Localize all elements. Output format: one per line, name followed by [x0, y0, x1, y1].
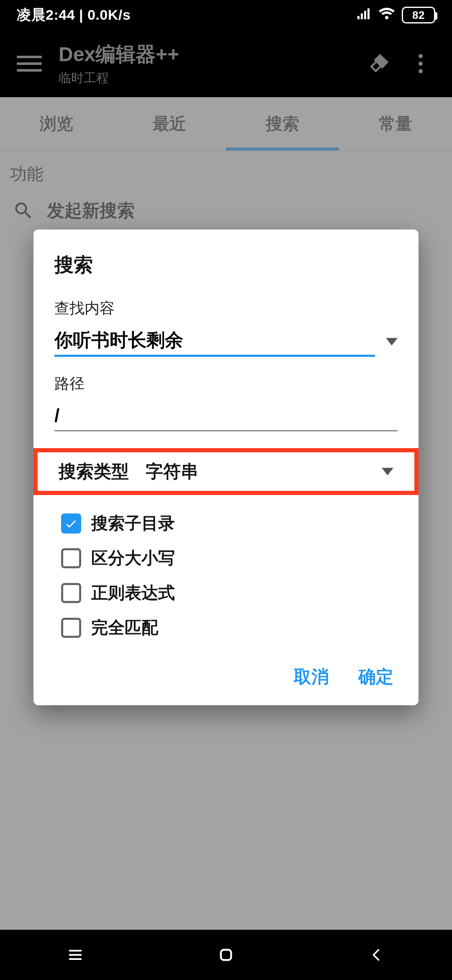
checkbox-icon	[61, 618, 81, 638]
overflow-menu-icon[interactable]	[406, 49, 435, 78]
nav-home-icon[interactable]	[201, 938, 251, 972]
app-subtitle: 临时工程	[59, 70, 352, 87]
dropdown-caret-icon	[382, 468, 393, 475]
search-type-row[interactable]: 搜索类型 字符串	[33, 448, 419, 495]
cellular-signal-icon	[357, 7, 372, 23]
toolbar-title-block: Dex编辑器++ 临时工程	[59, 41, 352, 87]
dropdown-caret-icon[interactable]	[386, 338, 398, 346]
check-label: 正则表达式	[91, 581, 175, 604]
find-input[interactable]	[54, 326, 375, 357]
check-label: 区分大小写	[91, 547, 175, 570]
app-title: Dex编辑器++	[59, 41, 352, 68]
dialog-actions: 取消 确定	[54, 665, 398, 689]
check-label: 完全匹配	[91, 616, 158, 639]
battery-level: 82	[412, 9, 425, 22]
check-regex[interactable]: 正则表达式	[54, 575, 398, 610]
path-field: 路径	[54, 374, 398, 431]
path-input[interactable]	[54, 402, 398, 431]
search-dialog: 搜索 查找内容 路径 搜索类型 字符串 搜索子目录	[33, 230, 419, 705]
checkbox-group: 搜索子目录 区分大小写 正则表达式 完全匹配	[54, 506, 398, 645]
wifi-icon	[378, 7, 395, 23]
build-icon[interactable]	[364, 49, 393, 78]
search-type-value: 字符串	[146, 462, 198, 481]
battery-icon: 82	[402, 7, 435, 23]
system-nav-bar	[0, 930, 452, 980]
ok-button[interactable]: 确定	[358, 665, 393, 689]
find-label: 查找内容	[54, 298, 398, 319]
check-label: 搜索子目录	[91, 512, 175, 535]
svg-rect-0	[221, 950, 231, 960]
check-subdirs[interactable]: 搜索子目录	[54, 506, 398, 541]
nav-recent-icon[interactable]	[50, 938, 100, 972]
path-label: 路径	[54, 374, 398, 394]
check-case[interactable]: 区分大小写	[54, 541, 398, 575]
checkbox-icon	[61, 583, 81, 603]
menu-icon[interactable]	[17, 51, 42, 76]
find-field: 查找内容	[54, 298, 398, 357]
checkbox-icon	[61, 513, 81, 534]
cancel-button[interactable]: 取消	[294, 665, 329, 689]
status-time-text: 凌晨2:44 | 0.0K/s	[17, 5, 131, 25]
check-exact[interactable]: 完全匹配	[54, 610, 398, 645]
nav-back-icon[interactable]	[352, 938, 402, 972]
app-toolbar: Dex编辑器++ 临时工程	[0, 30, 452, 97]
search-type-label: 搜索类型	[59, 462, 129, 481]
checkbox-icon	[61, 548, 81, 568]
dialog-title: 搜索	[54, 252, 398, 278]
status-bar: 凌晨2:44 | 0.0K/s 82	[0, 0, 452, 30]
